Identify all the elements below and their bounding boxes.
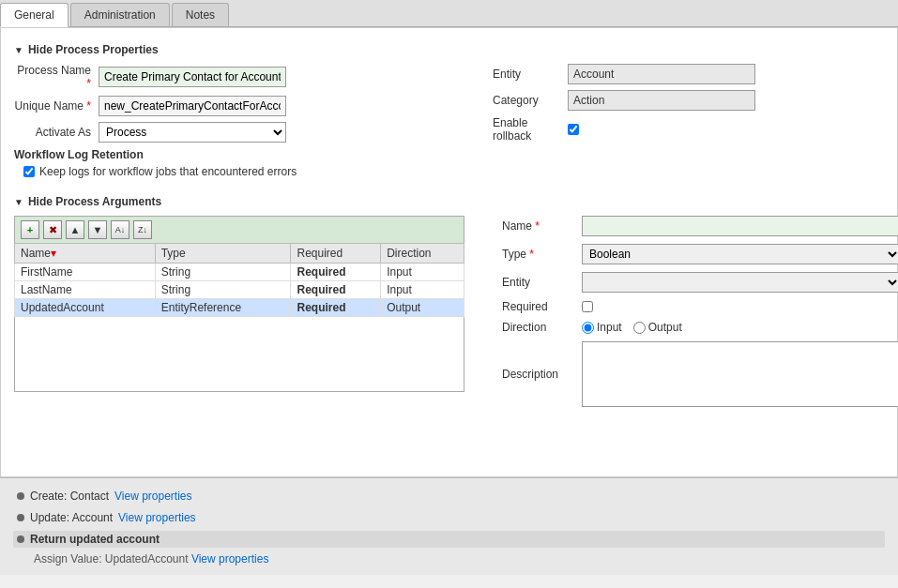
arg-name-input[interactable]: [582, 216, 898, 236]
bullet-dot: [17, 514, 24, 521]
args-table-extra-space: [14, 317, 464, 392]
bottom-item-text: Create: Contact: [30, 490, 109, 503]
tab-administration[interactable]: Administration: [70, 3, 170, 26]
col-direction-header: Direction: [381, 244, 464, 264]
arg-type-label: Type *: [502, 248, 582, 261]
cell-type: String: [155, 264, 291, 281]
arg-direction-label: Direction: [502, 321, 582, 334]
process-properties-title: Hide Process Properties: [28, 43, 159, 56]
col-name-header: Name▾: [15, 244, 156, 264]
arg-type-star: *: [529, 248, 534, 261]
bottom-item-create-contact: Create: ContactView properties: [13, 488, 885, 505]
cell-direction: Output: [381, 299, 464, 317]
add-arg-button[interactable]: +: [21, 220, 39, 239]
argument-editor: Name * Type * Boolean DateTime Decimal E…: [493, 216, 898, 415]
sort-az-button[interactable]: A↓: [111, 220, 129, 239]
activate-as-label: Activate As: [14, 126, 99, 139]
arg-required-label: Required: [502, 300, 582, 313]
table-row[interactable]: LastNameStringRequiredInput: [15, 281, 464, 299]
workflow-log-section: Workflow Log Retention Keep logs for wor…: [14, 148, 464, 178]
bullet-dot: [17, 492, 24, 500]
delete-arg-button[interactable]: ✖: [43, 220, 62, 239]
unique-name-input[interactable]: [99, 96, 286, 116]
enable-rollback-checkbox[interactable]: [568, 124, 579, 135]
tab-notes[interactable]: Notes: [172, 3, 229, 26]
tab-general[interactable]: General: [0, 3, 68, 27]
col-required-header: Required: [291, 244, 381, 264]
process-name-input[interactable]: [99, 67, 286, 87]
workflow-log-checkbox-label: Keep logs for workflow jobs that encount…: [39, 165, 297, 178]
arg-direction-row: Direction Input Output: [502, 321, 898, 334]
process-name-label: Process Name *: [14, 64, 99, 90]
process-properties-header[interactable]: ▼ Hide Process Properties: [14, 43, 884, 56]
cell-required: Required: [291, 264, 381, 281]
move-up-button[interactable]: ▲: [66, 220, 84, 239]
category-value: Action: [568, 90, 755, 111]
arg-name-star: *: [535, 219, 540, 233]
process-properties-right: Entity Account Category Action Enable ro…: [493, 64, 884, 186]
bottom-item-return-account: Return updated account: [13, 531, 885, 548]
bottom-panel: Create: ContactView propertiesUpdate: Ac…: [0, 477, 898, 575]
arg-name-row: Name *: [502, 216, 898, 236]
arg-description-textarea[interactable]: [582, 341, 898, 407]
table-row[interactable]: UpdatedAccountEntityReferenceRequiredOut…: [15, 299, 464, 317]
cell-type: EntityReference: [155, 299, 291, 317]
process-properties-left: Process Name * Unique Name * Activate As…: [14, 64, 464, 186]
entity-value: Account: [568, 64, 755, 84]
arg-type-row: Type * Boolean DateTime Decimal Entity E…: [502, 244, 898, 264]
table-row[interactable]: FirstNameStringRequiredInput: [15, 264, 464, 281]
process-arguments-header[interactable]: ▼ Hide Process Arguments: [14, 195, 884, 208]
workflow-log-checkbox[interactable]: [23, 166, 35, 177]
enable-rollback-row: Enable rollback: [493, 116, 884, 143]
view-contact-props[interactable]: View properties: [114, 490, 192, 503]
cell-direction: Input: [381, 264, 464, 281]
arg-entity-select[interactable]: [582, 272, 898, 293]
bottom-item-update-account: Update: AccountView properties: [13, 509, 885, 526]
col-type-header: Type: [155, 244, 291, 264]
cell-name: LastName: [15, 281, 156, 299]
category-label: Category: [493, 94, 568, 107]
process-name-row: Process Name *: [14, 64, 464, 90]
view-assign-props[interactable]: View properties: [191, 552, 269, 565]
bullet-dot: [17, 535, 24, 543]
sort-za-button[interactable]: Z↓: [133, 220, 152, 239]
direction-output-label[interactable]: Output: [633, 321, 682, 334]
args-toolbar: + ✖ ▲ ▼ A↓ Z↓: [14, 216, 464, 243]
arg-required-row: Required: [502, 300, 898, 313]
arg-type-select[interactable]: Boolean DateTime Decimal Entity EntityCo…: [582, 244, 898, 264]
activate-as-select[interactable]: Process Team: [99, 122, 286, 143]
arg-entity-label: Entity: [502, 276, 582, 289]
assign-text: Assign Value: UpdatedAccount: [34, 552, 191, 565]
direction-radio-group: Input Output: [582, 321, 682, 334]
collapse-arrow-args: ▼: [14, 197, 23, 207]
cell-direction: Input: [381, 281, 464, 299]
category-row: Category Action: [493, 90, 884, 111]
arg-description-row: Description: [502, 341, 898, 407]
view-account-props[interactable]: View properties: [118, 511, 196, 524]
main-content: ▼ Hide Process Properties Process Name *…: [0, 27, 898, 477]
entity-row: Entity Account: [493, 64, 884, 84]
workflow-log-checkbox-row: Keep logs for workflow jobs that encount…: [23, 165, 464, 178]
unique-name-label: Unique Name *: [14, 99, 99, 113]
activate-as-row: Activate As Process Team: [14, 122, 464, 143]
process-arguments-body: + ✖ ▲ ▼ A↓ Z↓ Name▾ Type Required Direct…: [14, 216, 884, 415]
cell-name: UpdatedAccount: [15, 299, 156, 317]
tabs-bar: General Administration Notes: [0, 0, 898, 27]
process-arguments-title: Hide Process Arguments: [28, 195, 161, 208]
direction-input-radio[interactable]: [582, 322, 594, 334]
process-properties-body: Process Name * Unique Name * Activate As…: [14, 64, 884, 186]
process-name-star: *: [86, 77, 91, 90]
arg-entity-row: Entity: [502, 272, 898, 293]
bottom-item-text: Update: Account: [30, 511, 113, 524]
enable-rollback-label: Enable rollback: [493, 116, 568, 143]
cell-required: Required: [291, 281, 381, 299]
arg-description-label: Description: [502, 368, 582, 381]
move-down-button[interactable]: ▼: [88, 220, 107, 239]
arg-required-checkbox[interactable]: [582, 301, 593, 312]
cell-required: Required: [291, 299, 381, 317]
direction-output-radio[interactable]: [633, 322, 646, 334]
direction-input-label[interactable]: Input: [582, 321, 622, 334]
args-table: Name▾ Type Required Direction FirstNameS…: [14, 243, 464, 317]
assign-row: Assign Value: UpdatedAccount View proper…: [34, 552, 885, 565]
collapse-arrow-process: ▼: [14, 45, 23, 55]
